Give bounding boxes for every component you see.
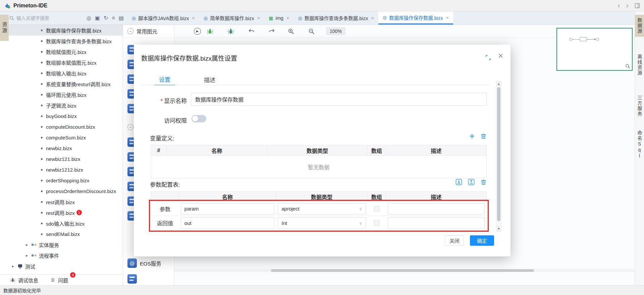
dialog-tab-description[interactable]: 描述 xyxy=(199,73,220,85)
collapse-icon[interactable]: − xyxy=(127,28,133,34)
tree-file-item[interactable]: rest调用.bizx1 xyxy=(0,207,123,218)
scroll-up-icon[interactable]: ▲ xyxy=(496,81,501,86)
palette-section-eos[interactable]: @ EOS服务 xyxy=(127,258,161,268)
tree-file-item[interactable]: sdo输入输出.bizx xyxy=(0,218,123,229)
bullet-icon xyxy=(41,137,43,138)
undo-icon[interactable] xyxy=(248,28,255,35)
problems-tab[interactable]: 问题 xyxy=(50,277,68,284)
dialog-tab-settings[interactable]: 设置 xyxy=(154,73,175,85)
tree-file-item[interactable]: newbiz.bizx xyxy=(0,143,123,154)
scrollbar-thumb[interactable] xyxy=(271,269,534,272)
locate-icon[interactable]: ◎ xyxy=(87,15,91,21)
tree-node-test[interactable]: ▸ 测试 xyxy=(0,261,123,272)
selected-element-preview[interactable] xyxy=(556,28,633,71)
close-button[interactable]: 关闭 xyxy=(445,235,464,246)
file-label: sdo输入输出.bizx xyxy=(46,220,85,227)
tab-script-java-array[interactable]: ◎ 脚本操作JAVA数组.bizx × xyxy=(127,11,199,24)
export-params-icon[interactable] xyxy=(468,179,475,185)
file-label: rest调用.bizx xyxy=(46,198,75,205)
chevron-right-icon[interactable]: ▸ xyxy=(11,264,15,269)
tree-file-item[interactable]: 循环图元使用.bizx xyxy=(0,89,123,100)
nav-back-icon[interactable]: ‹ xyxy=(618,2,620,9)
tree-file-item[interactable]: computeDiscount.bizx xyxy=(0,121,123,132)
collapse-icon[interactable]: − xyxy=(127,124,133,130)
node-label: 测试 xyxy=(25,263,35,270)
magnifier-icon[interactable] xyxy=(625,64,630,69)
tree-file-item[interactable]: 数据库操作保存数据.bizx xyxy=(0,25,123,36)
zoom-in-icon[interactable] xyxy=(288,28,294,35)
delete-variable-icon[interactable] xyxy=(480,133,487,139)
array-checkbox[interactable] xyxy=(374,206,379,212)
debug-icon[interactable] xyxy=(207,28,213,35)
tree-file-item[interactable]: buyGood.bizx xyxy=(0,111,123,121)
array-checkbox[interactable] xyxy=(374,220,379,226)
tab-simple-db[interactable]: ◎ 简单数据库操作.bizx × xyxy=(199,11,264,24)
horizontal-scrollbar[interactable] xyxy=(174,269,635,272)
archive-icon[interactable]: ▣ xyxy=(95,15,100,21)
close-icon[interactable]: × xyxy=(498,51,503,60)
variables-table-header: # 名称 数据类型 数组 描述 xyxy=(151,145,486,156)
redo-icon[interactable] xyxy=(268,28,275,35)
tree-file-item[interactable]: computeSum.bizx xyxy=(0,132,123,143)
step-debug-icon[interactable] xyxy=(227,28,234,35)
tree-node-process-events[interactable]: ▸ 流程事件 xyxy=(0,250,123,261)
tree-file-item[interactable]: newbiz1212.bizx xyxy=(0,164,123,175)
tab-db-query-multi[interactable]: ◎ 数据库操作查询多条数据.bizx × xyxy=(294,11,378,24)
tab-close-icon[interactable]: × xyxy=(371,15,374,21)
return-name-input[interactable] xyxy=(181,217,274,229)
tree-file-item[interactable]: orderShopping.bizx xyxy=(0,175,123,186)
palette-section-common[interactable]: − 常用图元 xyxy=(123,25,174,38)
copy-layers-icon[interactable]: ▤ xyxy=(119,15,124,21)
tree-file-item[interactable]: newbiz121.bizx xyxy=(0,154,123,164)
palette-element-icon[interactable] xyxy=(127,274,137,284)
chevron-right-icon[interactable]: ▸ xyxy=(25,253,29,258)
tab-close-icon[interactable]: × xyxy=(257,15,260,21)
rail-tab-resources[interactable]: 资源 xyxy=(0,15,9,41)
search-input[interactable] xyxy=(16,15,73,21)
maximize-icon[interactable] xyxy=(485,55,491,60)
delete-param-icon[interactable] xyxy=(480,179,487,185)
tree-file-item[interactable]: processOrderItemDiscount.bizx xyxy=(0,186,123,196)
debug-info-tab[interactable]: 调试信息 xyxy=(10,277,38,284)
ok-button[interactable]: 确定 xyxy=(470,235,494,246)
tab-img[interactable]: ▦ img × xyxy=(264,11,293,24)
zoom-out-icon[interactable] xyxy=(308,28,315,35)
rail-tab-named-sql[interactable]: 命名Sql xyxy=(635,127,644,162)
rail-tab-third-party-services[interactable]: 三方服务 xyxy=(635,92,644,120)
tree-file-item[interactable]: 子逻辑流.bizx xyxy=(0,100,123,111)
tree-file-item[interactable]: 系统变量替换resturl调用.bizx xyxy=(0,78,123,89)
dialog-scrollbar[interactable]: ▲ ▼ xyxy=(496,81,501,232)
rail-tab-offline-resources[interactable]: 离线资源 xyxy=(635,51,644,79)
chevron-right-icon[interactable]: ▸ xyxy=(25,242,29,247)
nav-forward-icon[interactable]: › xyxy=(626,2,629,9)
tree-file-item[interactable]: 数组赋值图元.bizx xyxy=(0,46,123,57)
tree-file-item[interactable]: 数组脚本赋值图元.bizx xyxy=(0,57,123,68)
tab-db-save[interactable]: ◎ 数据库操作保存数据.bizx × xyxy=(378,11,453,24)
sort-icon[interactable]: ≡ xyxy=(112,15,115,21)
zoom-level[interactable]: 100% xyxy=(326,27,345,35)
file-label: 数据库操作查询多条数据.bizx xyxy=(46,38,112,45)
refresh-icon[interactable]: ↻ xyxy=(104,15,108,21)
scroll-down-icon[interactable]: ▼ xyxy=(496,226,501,231)
layout-toggle-icon[interactable] xyxy=(635,3,640,8)
return-desc-input[interactable] xyxy=(388,217,485,229)
tree-file-item[interactable]: sendEMail.bizx xyxy=(0,229,123,239)
tab-close-icon[interactable]: × xyxy=(192,15,195,21)
tree-file-item[interactable]: 数据库操作查询多条数据.bizx xyxy=(0,36,123,46)
return-type-select[interactable]: Int ∨ xyxy=(278,217,366,229)
tree-file-item[interactable]: 数组输入输出.bizx xyxy=(0,68,123,78)
tree-node-entity-services[interactable]: ▸ 实体服务 xyxy=(0,239,123,250)
tree-file-item[interactable]: rest调用.bizx xyxy=(0,196,123,207)
tab-close-icon[interactable]: × xyxy=(286,15,289,21)
add-variable-icon[interactable]: + xyxy=(469,132,475,140)
param-name-input[interactable] xyxy=(181,203,274,215)
scrollbar-thumb[interactable] xyxy=(497,87,500,221)
display-name-input[interactable] xyxy=(191,93,487,106)
import-params-icon[interactable] xyxy=(455,179,462,185)
rail-tab-datasource[interactable]: 数据源 xyxy=(635,15,644,37)
run-icon[interactable]: ▶ xyxy=(194,28,201,35)
access-permission-toggle[interactable] xyxy=(192,115,206,122)
tab-close-icon[interactable]: × xyxy=(446,15,449,20)
param-desc-input[interactable] xyxy=(388,203,485,215)
param-type-select[interactable]: aproject ∨ xyxy=(278,203,366,215)
